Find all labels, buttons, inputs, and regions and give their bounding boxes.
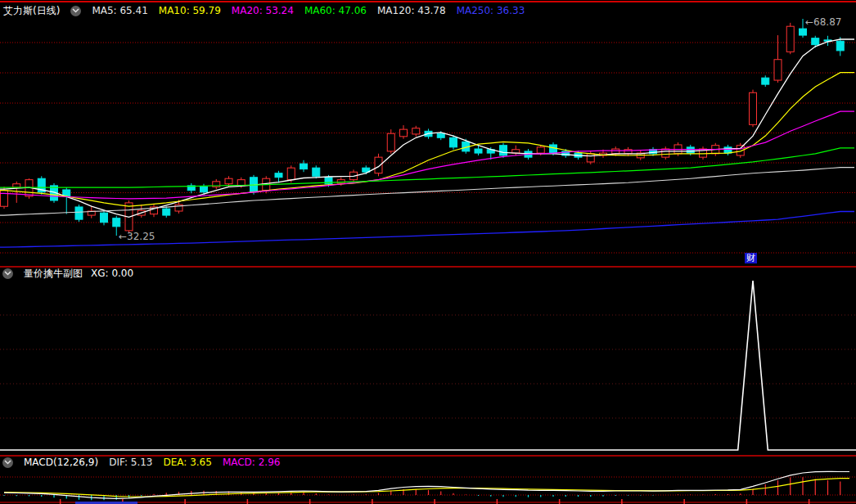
- candle-body: [786, 26, 794, 52]
- xg-value: XG: 0.00: [91, 268, 133, 279]
- candle-body: [550, 145, 557, 153]
- candle[interactable]: [213, 179, 220, 189]
- candle-body: [475, 149, 482, 153]
- candle-body: [612, 149, 619, 154]
- ma-legend-item: MA5: 65.41: [92, 5, 147, 16]
- low-price-annotation: ←32.25: [119, 231, 155, 242]
- candle[interactable]: [187, 183, 195, 193]
- candle-body: [337, 180, 345, 183]
- ma-legend-item: MA250: 36.33: [457, 5, 525, 16]
- candle[interactable]: [475, 146, 482, 155]
- ma-legend: MA5: 65.41MA10: 59.79MA20: 53.24MA60: 47…: [92, 5, 525, 16]
- candle[interactable]: [762, 75, 769, 87]
- ma-legend-item: MA20: 53.24: [232, 5, 294, 16]
- candle[interactable]: [38, 176, 45, 194]
- candle-body: [13, 184, 20, 187]
- candle[interactable]: [13, 182, 20, 203]
- candle-body: [375, 157, 382, 173]
- candle[interactable]: [624, 147, 632, 156]
- candle-body: [412, 128, 420, 134]
- candle-body: [750, 92, 757, 124]
- candle[interactable]: [500, 143, 507, 158]
- candle-body: [662, 149, 669, 157]
- xg-indicator-line: [0, 281, 856, 450]
- ma-legend-item: MA60: 47.06: [304, 5, 367, 16]
- chart-canvas[interactable]: [0, 0, 856, 504]
- xg-panel-title: 量价擒牛副图: [24, 268, 83, 279]
- candle[interactable]: [724, 145, 732, 155]
- candle[interactable]: [25, 178, 33, 199]
- candle-body: [800, 29, 807, 35]
- ma-legend-item: MA120: 43.78: [377, 5, 446, 16]
- candle-body: [75, 207, 83, 219]
- candle-body: [724, 147, 732, 153]
- xg-panel: [0, 281, 856, 450]
- candle[interactable]: [75, 205, 83, 222]
- candle-body: [687, 147, 694, 153]
- ma-legend-item: MA10: 59.79: [159, 5, 221, 16]
- candle-body: [387, 133, 394, 151]
- candle[interactable]: [151, 205, 158, 217]
- candle[interactable]: [700, 146, 707, 160]
- macd-legend-item: DIF: 5.13: [109, 457, 152, 468]
- candle[interactable]: [300, 160, 308, 172]
- candle[interactable]: [88, 206, 95, 218]
- candle[interactable]: [101, 210, 108, 225]
- xg-panel-header: 量价擒牛副图 XG: 0.00: [2, 268, 133, 279]
- candle-body: [400, 129, 408, 137]
- stock-title: 艾力斯(日线): [3, 5, 60, 16]
- macd-legend: DIF: 5.13DEA: 3.65MACD: 2.96: [109, 457, 280, 468]
- candle[interactable]: [774, 35, 782, 83]
- candle[interactable]: [63, 187, 70, 214]
- dif-line: [4, 471, 849, 498]
- macd-panel-header: MACD(12,26,9) DIF: 5.13DEA: 3.65MACD: 2.…: [2, 457, 280, 468]
- candle[interactable]: [750, 90, 757, 128]
- candle-body: [225, 178, 232, 184]
- candle-body: [300, 164, 308, 169]
- candle-body: [437, 133, 444, 137]
- candle-body: [313, 168, 320, 176]
- candle[interactable]: [163, 206, 170, 218]
- macd-legend-item: MACD: 2.96: [223, 457, 281, 468]
- candle-body: [163, 209, 170, 215]
- macd-panel: [0, 471, 856, 500]
- candle-body: [101, 213, 108, 223]
- candle[interactable]: [786, 23, 794, 54]
- candles-layer: [1, 19, 845, 236]
- chevron-down-icon[interactable]: [70, 6, 81, 16]
- chevron-down-icon[interactable]: [2, 457, 13, 468]
- candle-body: [587, 154, 594, 162]
- candle-body: [812, 38, 819, 45]
- high-price-annotation: ←68.87: [805, 16, 841, 28]
- stock-chart-window: 艾力斯(日线) MA5: 65.41MA10: 59.79MA20: 53.24…: [0, 0, 856, 504]
- candle[interactable]: [137, 205, 145, 218]
- macd-title: MACD(12,26,9): [24, 457, 98, 468]
- candle-body: [450, 137, 457, 147]
- candle-body: [836, 41, 844, 51]
- chevron-down-icon[interactable]: [2, 268, 13, 279]
- candle[interactable]: [400, 125, 408, 139]
- candle[interactable]: [313, 165, 320, 178]
- candle-body: [113, 218, 120, 227]
- candle-body: [1, 191, 8, 207]
- candle-body: [774, 60, 782, 80]
- price-panel-header: 艾力斯(日线) MA5: 65.41MA10: 59.79MA20: 53.24…: [3, 5, 525, 16]
- candle[interactable]: [412, 126, 420, 137]
- candle-body: [237, 180, 245, 186]
- candle[interactable]: [275, 171, 282, 182]
- candle-body: [200, 187, 208, 192]
- candle[interactable]: [512, 146, 520, 155]
- dea-line: [4, 479, 849, 497]
- candle[interactable]: [662, 146, 669, 160]
- candle-body: [275, 173, 282, 178]
- ma-line-ma5: [0, 39, 854, 217]
- ma-line-ma60: [0, 148, 854, 187]
- candle-body: [500, 146, 507, 155]
- ma-line-ma10: [0, 73, 854, 207]
- ma-line-ma20: [0, 111, 854, 199]
- macd-legend-item: DEA: 3.65: [163, 457, 211, 468]
- candle-body: [287, 168, 295, 179]
- finance-report-badge[interactable]: 财: [745, 253, 757, 263]
- candle-body: [762, 78, 769, 84]
- candle-body: [537, 147, 544, 153]
